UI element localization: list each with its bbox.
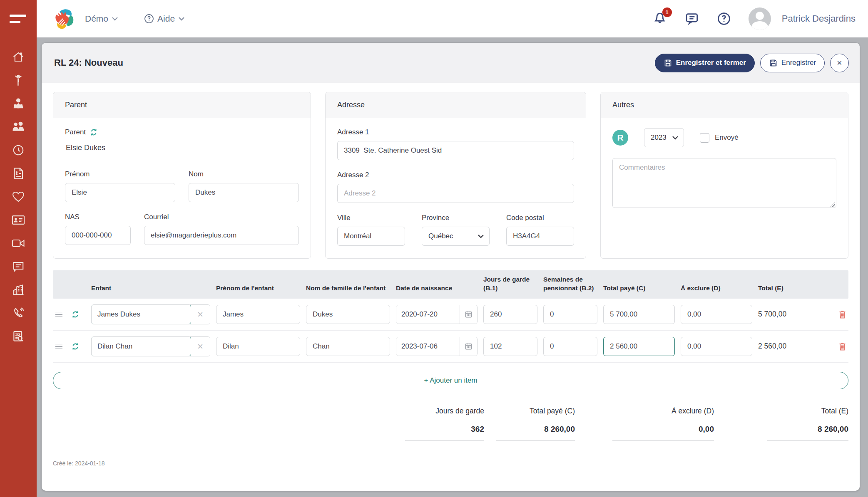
delete-row-button[interactable] (830, 342, 848, 351)
sidebar-item-reports[interactable] (9, 329, 27, 343)
save-and-close-label: Enregistrer et fermer (676, 59, 746, 67)
parent-select[interactable]: Elsie Dukes (65, 141, 299, 159)
col-birthdate: Date de naissance (396, 284, 478, 294)
boarding-weeks-field[interactable] (543, 305, 597, 324)
postal-code-label: Code postal (506, 214, 574, 222)
sidebar-item-messages[interactable] (9, 260, 27, 273)
province-select[interactable]: Québec (422, 227, 490, 246)
nas-field[interactable] (65, 226, 131, 245)
city-field[interactable] (337, 227, 405, 246)
clear-icon[interactable]: × (191, 305, 210, 324)
heart-icon (12, 190, 25, 203)
child-field[interactable] (91, 304, 191, 324)
help-menu-label: Aide (157, 14, 175, 24)
help-button[interactable] (717, 12, 731, 26)
postal-code-field[interactable] (506, 227, 574, 246)
firstname-field[interactable] (65, 183, 175, 202)
clear-icon[interactable]: × (191, 337, 210, 356)
child-firstname-field[interactable] (216, 305, 300, 324)
child-field[interactable] (91, 336, 191, 356)
birthdate-group (396, 337, 478, 356)
sidebar (0, 0, 37, 497)
total-paid-field[interactable] (603, 305, 675, 324)
sidebar-item-calls[interactable] (9, 306, 27, 320)
user-avatar[interactable] (749, 7, 771, 30)
calendar-button[interactable] (460, 337, 477, 356)
others-panel: Autres R 2023 (600, 92, 848, 259)
sync-icon[interactable] (71, 342, 80, 351)
lastname-field[interactable] (189, 183, 299, 202)
messages-button[interactable] (684, 12, 699, 26)
boarding-weeks-field[interactable] (543, 337, 597, 356)
child-select-group: × (91, 336, 210, 356)
sent-checkbox[interactable] (700, 133, 709, 143)
excluded-field[interactable] (681, 305, 752, 324)
delete-row-button[interactable] (830, 310, 848, 319)
address2-label: Adresse 2 (337, 171, 574, 179)
sync-icon[interactable] (90, 128, 98, 136)
col-lastname: Nom de famille de l'enfant (306, 284, 390, 294)
sync-icon[interactable] (71, 310, 80, 319)
table-header-row: Enfant Prénom de l'enfant Nom de famille… (53, 270, 848, 299)
total-paid-field[interactable] (603, 337, 675, 356)
sidebar-item-organization[interactable] (9, 283, 27, 297)
child-lastname-field[interactable] (306, 305, 390, 324)
birthdate-field[interactable] (396, 337, 460, 356)
sidebar-item-schedule[interactable] (9, 143, 27, 157)
col-boarding-weeks: Semaines de pensionnat (B.2) (543, 275, 597, 294)
save-icon (769, 59, 778, 67)
sidebar-item-cameras[interactable] (9, 236, 27, 250)
address1-field[interactable] (337, 141, 574, 160)
people-icon (12, 121, 25, 133)
year-select[interactable]: 2023 (644, 128, 684, 147)
table-row: × (53, 299, 848, 331)
rl24-card: RL 24: Nouveau Enregistrer et fermer Enr… (42, 43, 860, 491)
others-panel-title: Autres (601, 92, 848, 118)
calendar-icon (465, 310, 473, 318)
topbar: Démo Aide 1 (37, 0, 868, 37)
sidebar-item-children[interactable] (9, 73, 27, 87)
save-button[interactable]: Enregistrer (760, 54, 825, 72)
save-label: Enregistrer (781, 59, 816, 67)
educator-icon (12, 97, 25, 110)
help-menu[interactable]: Aide (144, 14, 185, 24)
col-care-days: Jours de garde (B.1) (483, 275, 537, 294)
address2-field[interactable] (337, 184, 574, 203)
excluded-field[interactable] (681, 337, 752, 356)
sidebar-item-parents[interactable] (9, 96, 27, 110)
email-label: Courriel (144, 213, 299, 221)
chevron-down-icon (672, 136, 679, 140)
page-title: RL 24: Nouveau (54, 57, 123, 68)
birthdate-field[interactable] (396, 305, 460, 324)
hamburger-menu-button[interactable] (0, 0, 37, 37)
drag-handle-icon[interactable] (53, 344, 65, 349)
calendar-button[interactable] (460, 305, 477, 324)
care-days-field[interactable] (483, 305, 537, 324)
sidebar-item-invoices[interactable] (9, 166, 27, 180)
close-button[interactable]: × (830, 54, 849, 72)
care-days-field[interactable] (483, 337, 537, 356)
parent-panel: Parent Parent Elsie Dukes Prénom (53, 92, 311, 259)
year-selected-value: 2023 (651, 134, 667, 142)
child-firstname-field[interactable] (216, 337, 300, 356)
sent-label: Envoyé (715, 134, 739, 142)
avatar-person-icon (756, 12, 764, 20)
building-icon (12, 284, 25, 296)
brand-menu[interactable]: Démo (85, 14, 118, 24)
sidebar-item-groups[interactable] (9, 120, 27, 134)
sidebar-item-contacts[interactable] (9, 213, 27, 227)
invoice-icon (12, 167, 24, 180)
video-camera-icon (12, 237, 25, 249)
drag-handle-icon[interactable] (53, 312, 65, 317)
calendar-icon (465, 342, 473, 350)
add-item-button[interactable]: + Ajouter un item (53, 372, 848, 389)
user-name[interactable]: Patrick Desjardins (782, 13, 856, 24)
comments-textarea[interactable] (612, 158, 836, 208)
email-field[interactable] (144, 226, 299, 245)
save-and-close-button[interactable]: Enregistrer et fermer (655, 54, 755, 72)
sidebar-item-health[interactable] (9, 190, 27, 203)
sent-checkbox-row[interactable]: Envoyé (700, 133, 739, 143)
sidebar-item-home[interactable] (9, 50, 27, 64)
notifications-button[interactable]: 1 (653, 12, 667, 26)
child-lastname-field[interactable] (306, 337, 390, 356)
